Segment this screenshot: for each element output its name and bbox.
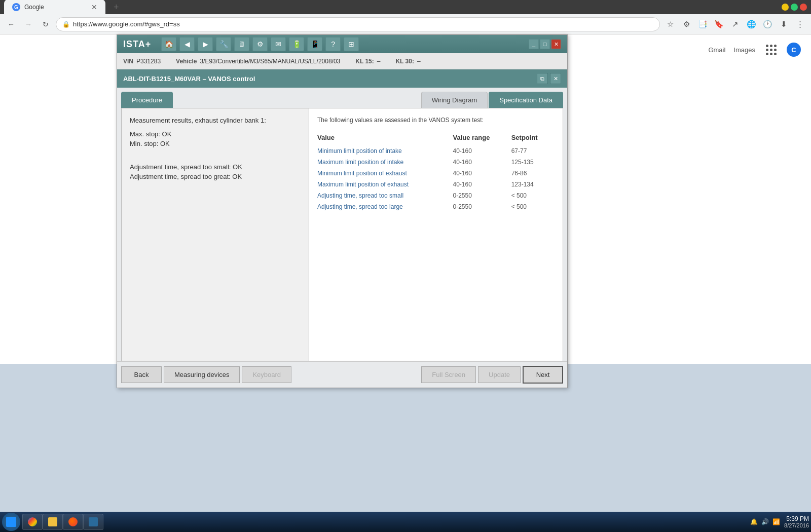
tab-specification-data-label: Specification Data	[499, 96, 552, 104]
gmail-link[interactable]: Gmail	[708, 46, 725, 54]
vehicle-label: Vehicle	[176, 58, 197, 65]
module-close-btn[interactable]: ✕	[550, 73, 561, 84]
apps-grid-icon	[766, 45, 777, 55]
kl15-value: –	[377, 58, 381, 65]
device-icon[interactable]: 📱	[307, 37, 322, 51]
help-icon[interactable]: ?	[325, 37, 341, 51]
start-icon	[6, 517, 16, 527]
spec-intro: The following values are assessed in the…	[317, 117, 555, 124]
spec-value-range-5: 0-2550	[453, 201, 511, 212]
taskbar-ista[interactable]	[83, 514, 103, 530]
spec-table-row: Adjusting time, spread too large 0-2550 …	[317, 201, 555, 212]
bookmark-icon[interactable]: 📑	[695, 17, 710, 31]
right-panel: The following values are assessed in the…	[309, 108, 563, 361]
taskbar-chrome[interactable]	[22, 514, 43, 530]
back-button[interactable]: Back	[121, 366, 162, 383]
panels-row: Measurement results, exhaust cylinder ba…	[121, 108, 563, 361]
spec-value-name-0: Minimum limit position of intake	[317, 145, 453, 157]
measurement-blank	[130, 149, 301, 157]
ista-close-btn[interactable]: ✕	[551, 39, 561, 49]
tab-wiring-diagram[interactable]: Wiring Diagram	[421, 92, 488, 108]
address-bar[interactable]: 🔒 https://www.google.com/#gws_rd=ss	[56, 17, 660, 31]
nav-bar: ← → ↻ 🔒 https://www.google.com/#gws_rd=s…	[0, 14, 811, 34]
spec-value-name-3: Maximum limit position of exhaust	[317, 179, 453, 190]
folder-icon	[48, 517, 57, 526]
tab-specification-data[interactable]: Specification Data	[489, 92, 563, 108]
kl15-item: KL 15: –	[355, 58, 380, 65]
spec-value-name-4: Adjusting time, spread too small	[317, 190, 453, 201]
battery-icon[interactable]: 🔋	[289, 37, 304, 51]
tab-procedure[interactable]: Procedure	[121, 92, 173, 108]
spec-table-row: Minimum limit position of intake 40-160 …	[317, 145, 555, 157]
tray-icon-2[interactable]: 🔊	[761, 518, 769, 526]
home-icon[interactable]: 🏠	[161, 37, 176, 51]
settings-icon[interactable]: ⚙	[252, 37, 268, 51]
tray-icon-3[interactable]: 📶	[772, 518, 780, 526]
update-button[interactable]: Update	[478, 366, 521, 383]
measuring-devices-button[interactable]: Measuring devices	[164, 366, 240, 383]
bookmark-manager-icon[interactable]: 🔖	[712, 17, 726, 31]
minimize-button[interactable]	[782, 4, 789, 11]
spec-table-row: Adjusting time, spread too small 0-2550 …	[317, 190, 555, 201]
clock-date: 8/27/2016	[784, 522, 809, 528]
tab-procedure-label: Procedure	[132, 96, 162, 104]
downloads-icon[interactable]: ⬇	[777, 17, 791, 31]
forward-icon[interactable]: ▶	[198, 37, 213, 51]
spec-value-range-3: 40-160	[453, 179, 511, 190]
kl30-label: KL 30:	[395, 58, 414, 65]
profile-avatar[interactable]: C	[787, 43, 801, 57]
browser-chrome: G Google ✕ + ← → ↻ 🔒 https://www.google.…	[0, 0, 811, 34]
browser-tab[interactable]: G Google ✕	[4, 0, 105, 15]
spec-setpoint-0: 67-77	[511, 145, 555, 157]
menu-button[interactable]: ⋮	[793, 17, 807, 31]
col-range-header: Value range	[453, 132, 511, 145]
wrench-icon[interactable]: 🔧	[216, 37, 231, 51]
new-tab-button[interactable]: +	[109, 0, 123, 15]
back-icon[interactable]: ◀	[179, 37, 195, 51]
ista-minimize-btn[interactable]: _	[529, 39, 539, 49]
ista-content: Procedure Wiring Diagram Specification D…	[117, 88, 567, 388]
kl15-label: KL 15:	[355, 58, 374, 65]
module-expand-btn[interactable]: ⧉	[537, 73, 548, 84]
tabs-container: Procedure Wiring Diagram Specification D…	[117, 88, 567, 108]
col-value-header: Value	[317, 132, 453, 145]
start-button[interactable]	[2, 513, 20, 531]
ista-win-controls: _ □ ✕	[529, 39, 561, 49]
close-button[interactable]	[800, 4, 807, 11]
chrome-icon	[28, 517, 37, 526]
taskbar-folder[interactable]	[43, 514, 63, 530]
extra-icon[interactable]: ⊞	[344, 37, 359, 51]
next-button[interactable]: Next	[523, 366, 563, 384]
sys-tray: 🔔 🔊 📶	[750, 518, 780, 526]
google-apps-button[interactable]	[763, 42, 779, 57]
forward-button[interactable]: →	[21, 17, 35, 31]
screen-icon[interactable]: 🖥	[234, 37, 249, 51]
reload-button[interactable]: ↻	[39, 17, 53, 31]
tab-close-btn[interactable]: ✕	[91, 3, 97, 11]
kl30-value: –	[417, 58, 421, 65]
tray-icon-1[interactable]: 🔔	[750, 518, 758, 526]
ista-app-name: ISTA+	[123, 39, 151, 50]
address-text: https://www.google.com/#gws_rd=ss	[73, 20, 180, 28]
keyboard-button[interactable]: Keyboard	[242, 366, 291, 383]
spec-table: Value Value range Setpoint Minimum limit…	[317, 132, 555, 212]
maximize-button[interactable]	[791, 4, 798, 11]
images-link[interactable]: Images	[733, 46, 755, 54]
back-button[interactable]: ←	[4, 17, 18, 31]
share-icon[interactable]: ↗	[728, 17, 742, 31]
history-icon[interactable]: 🕐	[760, 17, 775, 31]
measurement-adj-great: Adjustment time, spread too great: OK	[130, 173, 301, 180]
translate-icon[interactable]: 🌐	[744, 17, 758, 31]
full-screen-button[interactable]: Full Screen	[421, 366, 476, 383]
star-icon[interactable]: ☆	[663, 17, 677, 31]
tab-wiring-diagram-label: Wiring Diagram	[432, 96, 477, 104]
spec-setpoint-4: < 500	[511, 190, 555, 201]
spec-value-range-4: 0-2550	[453, 190, 511, 201]
vin-bar: VIN P331283 Vehicle 3/E93/Convertible/M3…	[117, 53, 567, 69]
taskbar-firefox[interactable]	[63, 514, 83, 530]
mail-icon[interactable]: ✉	[271, 37, 286, 51]
tab-favicon: G	[12, 3, 20, 11]
ista-maximize-btn[interactable]: □	[540, 39, 550, 49]
extensions-icon[interactable]: ⚙	[679, 17, 693, 31]
firefox-icon	[68, 517, 78, 526]
